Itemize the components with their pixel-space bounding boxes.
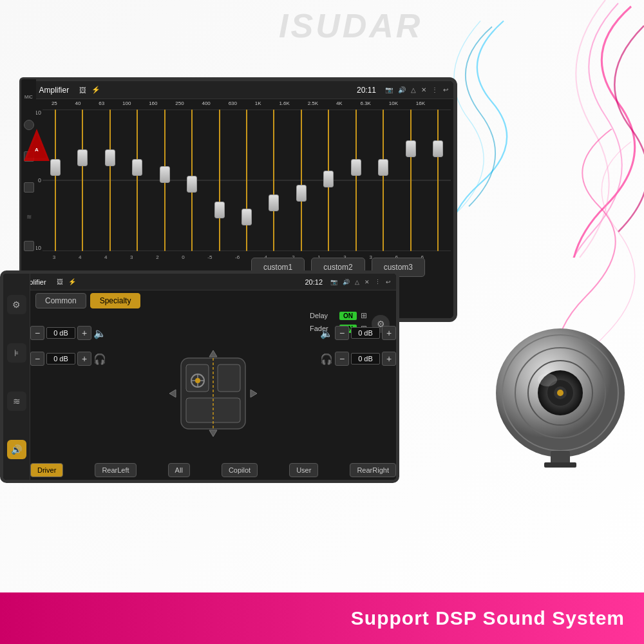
main-time: 20:11 (357, 86, 376, 95)
rear-left-vol: − 0 dB + 🎧 (30, 352, 106, 366)
svg-marker-8 (209, 350, 217, 357)
svg-text:A: A (35, 147, 39, 153)
main-title: Amplifier (39, 86, 69, 95)
svg-point-21 (538, 374, 557, 386)
speaker-product (489, 316, 631, 470)
common-tab[interactable]: Common (35, 293, 86, 308)
rear-right-button[interactable]: RearRight (350, 463, 396, 477)
front-right-vol: 🔈 − 0 dB + (320, 326, 396, 340)
brand-watermark: ISUDAR (279, 6, 422, 45)
secondary-content: Common Specialty Delay ON ⊞ Fader ON ⊞ ⚙ (30, 290, 396, 480)
seat-diagram (162, 345, 265, 442)
eq-slider-250hz[interactable] (179, 109, 204, 251)
mic-label: MIC (24, 95, 33, 99)
vol-up-button[interactable] (24, 241, 34, 251)
svg-point-20 (557, 390, 564, 396)
secondary-status-bar: ⌂ Amplifier 🖼 ⚡ 20:12 📷 🔊 △ ✕ ⋮ ↩ (3, 274, 396, 290)
eq-slider-16k[interactable] (426, 109, 451, 251)
tabs-row: Common Specialty (35, 293, 391, 308)
vol-down-button[interactable] (24, 182, 34, 193)
rr-speaker-icon: 🎧 (320, 353, 333, 365)
volume-diagram-area: − 0 dB + 🔈 🔈 − 0 dB + − 0 dB + � (30, 326, 396, 460)
main-status-bar: ⌂ Amplifier 🖼 ⚡ 20:11 📷 🔊 △ ✕ ⋮ ↩ (23, 81, 453, 99)
fr-vol-display: 0 dB (351, 327, 380, 339)
eq-slider-1k[interactable] (261, 109, 287, 251)
rl-vol-display: 0 dB (46, 353, 75, 365)
speaker-svg (489, 316, 631, 470)
rr-vol-plus[interactable]: + (382, 352, 396, 366)
delay-on-badge[interactable]: ON (339, 312, 357, 320)
fr-vol-plus[interactable]: + (382, 326, 396, 340)
fl-vol-display: 0 dB (46, 327, 75, 339)
eq-slider-6-3k[interactable] (371, 109, 396, 251)
delay-settings-icon[interactable]: ⊞ (361, 311, 367, 320)
fl-vol-minus[interactable]: − (30, 326, 44, 340)
svg-marker-10 (169, 390, 176, 397)
brand-logo-area: A (21, 126, 53, 173)
rl-speaker-icon: 🎧 (93, 353, 106, 365)
secondary-left-panel: ⚙ ⊧ ≋ 🔊 (3, 274, 30, 480)
specialty-tab[interactable]: Specialty (90, 293, 141, 308)
waveform-icon-left[interactable]: ≋ (7, 392, 26, 411)
eq-frequency-labels: 25 40 63 100 160 250 400 630 1K 1.6K 2.5… (23, 99, 453, 106)
eq-slider-1-6k[interactable] (289, 109, 314, 251)
rr-vol-minus[interactable]: − (335, 352, 349, 366)
speaker-icon-left[interactable]: 🔊 (7, 440, 26, 459)
secondary-device: ⌂ Amplifier 🖼 ⚡ 20:12 📷 🔊 △ ✕ ⋮ ↩ ⚙ ⊧ ≋ … (0, 270, 399, 483)
position-buttons: Driver RearLeft All Copilot User RearRig… (30, 463, 396, 477)
svg-rect-2 (218, 365, 240, 392)
delay-label: Delay (310, 312, 336, 319)
banner-text: Support DSP Sound System (351, 607, 625, 629)
eq-slider-100hz[interactable] (124, 109, 149, 251)
fr-speaker-icon: 🔈 (320, 327, 333, 339)
eq-settings-icon[interactable]: ⚙ (7, 295, 26, 314)
eq-slider-40hz[interactable] (70, 109, 95, 251)
rr-vol-display: 0 dB (351, 353, 380, 365)
copilot-button[interactable]: Copilot (222, 463, 258, 477)
eq-slider-2-5k[interactable] (316, 109, 341, 251)
fr-vol-minus[interactable]: − (335, 326, 349, 340)
svg-marker-11 (251, 390, 257, 397)
front-left-vol: − 0 dB + 🔈 (30, 326, 106, 340)
rl-vol-minus[interactable]: − (30, 352, 44, 366)
eq-slider-160hz[interactable] (152, 109, 177, 251)
eq-slider-400hz[interactable] (207, 109, 232, 251)
eq-slider-4k[interactable] (343, 109, 368, 251)
brand-logo-svg: A (21, 126, 53, 171)
secondary-screen: ⌂ Amplifier 🖼 ⚡ 20:12 📷 🔊 △ ✕ ⋮ ↩ ⚙ ⊧ ≋ … (3, 274, 396, 480)
bottom-banner: Support DSP Sound System (0, 592, 644, 644)
eq-slider-10k[interactable] (398, 109, 423, 251)
secondary-time: 20:12 (305, 278, 323, 286)
fl-vol-plus[interactable]: + (77, 326, 91, 340)
rear-right-vol: 🎧 − 0 dB + (320, 352, 396, 366)
svg-marker-9 (209, 430, 217, 437)
user-button[interactable]: User (289, 463, 318, 477)
eq-sliders-area: 10 0 -10 (23, 106, 453, 254)
fl-speaker-icon: 🔈 (93, 327, 106, 339)
driver-button[interactable]: Driver (30, 463, 63, 477)
equalizer-icon[interactable]: ⊧ (7, 343, 26, 363)
svg-point-7 (195, 378, 200, 383)
rear-left-button[interactable]: RearLeft (95, 463, 136, 477)
svg-rect-23 (544, 462, 576, 468)
rl-vol-plus[interactable]: + (77, 352, 91, 366)
eq-slider-63hz[interactable] (97, 109, 122, 251)
all-button[interactable]: All (168, 463, 190, 477)
waveform-side-icon: ≋ (26, 213, 32, 220)
eq-slider-630hz[interactable] (234, 109, 259, 251)
seat-diagram-svg (162, 345, 265, 442)
eq-sliders[interactable] (43, 106, 451, 254)
